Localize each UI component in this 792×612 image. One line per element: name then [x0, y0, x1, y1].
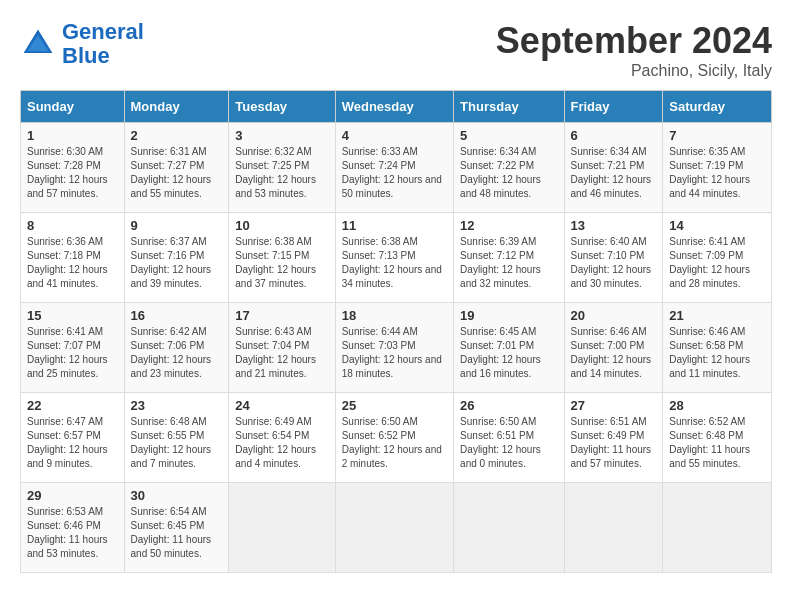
sunset-label: Sunset: 6:55 PM: [131, 430, 205, 441]
daylight-label: Daylight: 12 hours and 55 minutes.: [131, 174, 212, 199]
daylight-label: Daylight: 12 hours and 46 minutes.: [571, 174, 652, 199]
sunset-label: Sunset: 6:54 PM: [235, 430, 309, 441]
sunset-label: Sunset: 7:28 PM: [27, 160, 101, 171]
day-number: 1: [27, 128, 118, 143]
calendar-cell: 1 Sunrise: 6:30 AM Sunset: 7:28 PM Dayli…: [21, 123, 125, 213]
sunset-label: Sunset: 6:52 PM: [342, 430, 416, 441]
daylight-label: Daylight: 12 hours and 21 minutes.: [235, 354, 316, 379]
sunrise-label: Sunrise: 6:38 AM: [235, 236, 311, 247]
sunset-label: Sunset: 6:57 PM: [27, 430, 101, 441]
day-number: 17: [235, 308, 328, 323]
daylight-label: Daylight: 11 hours and 57 minutes.: [571, 444, 652, 469]
header-friday: Friday: [564, 91, 663, 123]
calendar-cell: 29 Sunrise: 6:53 AM Sunset: 6:46 PM Dayl…: [21, 483, 125, 573]
day-number: 28: [669, 398, 765, 413]
daylight-label: Daylight: 12 hours and 4 minutes.: [235, 444, 316, 469]
day-number: 12: [460, 218, 557, 233]
header-wednesday: Wednesday: [335, 91, 453, 123]
sunrise-label: Sunrise: 6:52 AM: [669, 416, 745, 427]
sunrise-label: Sunrise: 6:31 AM: [131, 146, 207, 157]
calendar-cell: [229, 483, 335, 573]
logo-line1: General: [62, 19, 144, 44]
sunset-label: Sunset: 6:49 PM: [571, 430, 645, 441]
day-number: 5: [460, 128, 557, 143]
calendar-cell: 6 Sunrise: 6:34 AM Sunset: 7:21 PM Dayli…: [564, 123, 663, 213]
calendar-cell: [454, 483, 564, 573]
daylight-label: Daylight: 12 hours and 14 minutes.: [571, 354, 652, 379]
calendar-cell: 4 Sunrise: 6:33 AM Sunset: 7:24 PM Dayli…: [335, 123, 453, 213]
sunrise-label: Sunrise: 6:41 AM: [669, 236, 745, 247]
day-info: Sunrise: 6:50 AM Sunset: 6:52 PM Dayligh…: [342, 415, 447, 471]
calendar-cell: 14 Sunrise: 6:41 AM Sunset: 7:09 PM Dayl…: [663, 213, 772, 303]
day-number: 23: [131, 398, 223, 413]
header-tuesday: Tuesday: [229, 91, 335, 123]
daylight-label: Daylight: 12 hours and 50 minutes.: [342, 174, 442, 199]
day-info: Sunrise: 6:46 AM Sunset: 6:58 PM Dayligh…: [669, 325, 765, 381]
sunset-label: Sunset: 6:48 PM: [669, 430, 743, 441]
day-number: 20: [571, 308, 657, 323]
header-sunday: Sunday: [21, 91, 125, 123]
sunrise-label: Sunrise: 6:43 AM: [235, 326, 311, 337]
sunset-label: Sunset: 7:13 PM: [342, 250, 416, 261]
day-info: Sunrise: 6:41 AM Sunset: 7:09 PM Dayligh…: [669, 235, 765, 291]
calendar-cell: 24 Sunrise: 6:49 AM Sunset: 6:54 PM Dayl…: [229, 393, 335, 483]
day-info: Sunrise: 6:43 AM Sunset: 7:04 PM Dayligh…: [235, 325, 328, 381]
day-number: 4: [342, 128, 447, 143]
daylight-label: Daylight: 12 hours and 53 minutes.: [235, 174, 316, 199]
daylight-label: Daylight: 12 hours and 34 minutes.: [342, 264, 442, 289]
sunset-label: Sunset: 7:03 PM: [342, 340, 416, 351]
day-number: 29: [27, 488, 118, 503]
calendar-cell: [335, 483, 453, 573]
day-info: Sunrise: 6:38 AM Sunset: 7:13 PM Dayligh…: [342, 235, 447, 291]
sunrise-label: Sunrise: 6:48 AM: [131, 416, 207, 427]
calendar-cell: 15 Sunrise: 6:41 AM Sunset: 7:07 PM Dayl…: [21, 303, 125, 393]
sunset-label: Sunset: 7:06 PM: [131, 340, 205, 351]
calendar-row: 22 Sunrise: 6:47 AM Sunset: 6:57 PM Dayl…: [21, 393, 772, 483]
daylight-label: Daylight: 12 hours and 41 minutes.: [27, 264, 108, 289]
daylight-label: Daylight: 12 hours and 28 minutes.: [669, 264, 750, 289]
day-number: 8: [27, 218, 118, 233]
header-monday: Monday: [124, 91, 229, 123]
sunset-label: Sunset: 7:24 PM: [342, 160, 416, 171]
sunrise-label: Sunrise: 6:46 AM: [669, 326, 745, 337]
calendar-row: 15 Sunrise: 6:41 AM Sunset: 7:07 PM Dayl…: [21, 303, 772, 393]
calendar-cell: 30 Sunrise: 6:54 AM Sunset: 6:45 PM Dayl…: [124, 483, 229, 573]
day-info: Sunrise: 6:38 AM Sunset: 7:15 PM Dayligh…: [235, 235, 328, 291]
sunset-label: Sunset: 7:22 PM: [460, 160, 534, 171]
calendar-cell: 17 Sunrise: 6:43 AM Sunset: 7:04 PM Dayl…: [229, 303, 335, 393]
sunset-label: Sunset: 7:01 PM: [460, 340, 534, 351]
daylight-label: Daylight: 12 hours and 23 minutes.: [131, 354, 212, 379]
day-info: Sunrise: 6:40 AM Sunset: 7:10 PM Dayligh…: [571, 235, 657, 291]
calendar-cell: 22 Sunrise: 6:47 AM Sunset: 6:57 PM Dayl…: [21, 393, 125, 483]
sunrise-label: Sunrise: 6:49 AM: [235, 416, 311, 427]
day-info: Sunrise: 6:52 AM Sunset: 6:48 PM Dayligh…: [669, 415, 765, 471]
daylight-label: Daylight: 12 hours and 32 minutes.: [460, 264, 541, 289]
sunset-label: Sunset: 7:16 PM: [131, 250, 205, 261]
sunrise-label: Sunrise: 6:46 AM: [571, 326, 647, 337]
day-info: Sunrise: 6:47 AM Sunset: 6:57 PM Dayligh…: [27, 415, 118, 471]
day-info: Sunrise: 6:45 AM Sunset: 7:01 PM Dayligh…: [460, 325, 557, 381]
sunset-label: Sunset: 6:46 PM: [27, 520, 101, 531]
daylight-label: Daylight: 12 hours and 30 minutes.: [571, 264, 652, 289]
day-info: Sunrise: 6:35 AM Sunset: 7:19 PM Dayligh…: [669, 145, 765, 201]
sunset-label: Sunset: 6:58 PM: [669, 340, 743, 351]
calendar-cell: 7 Sunrise: 6:35 AM Sunset: 7:19 PM Dayli…: [663, 123, 772, 213]
location-title: Pachino, Sicily, Italy: [496, 62, 772, 80]
sunrise-label: Sunrise: 6:41 AM: [27, 326, 103, 337]
month-title: September 2024: [496, 20, 772, 62]
day-info: Sunrise: 6:36 AM Sunset: 7:18 PM Dayligh…: [27, 235, 118, 291]
day-info: Sunrise: 6:34 AM Sunset: 7:22 PM Dayligh…: [460, 145, 557, 201]
sunrise-label: Sunrise: 6:50 AM: [460, 416, 536, 427]
daylight-label: Daylight: 12 hours and 7 minutes.: [131, 444, 212, 469]
logo-text: General Blue: [62, 20, 144, 68]
calendar-cell: 20 Sunrise: 6:46 AM Sunset: 7:00 PM Dayl…: [564, 303, 663, 393]
daylight-label: Daylight: 12 hours and 9 minutes.: [27, 444, 108, 469]
sunrise-label: Sunrise: 6:36 AM: [27, 236, 103, 247]
sunset-label: Sunset: 7:21 PM: [571, 160, 645, 171]
sunrise-label: Sunrise: 6:50 AM: [342, 416, 418, 427]
day-info: Sunrise: 6:33 AM Sunset: 7:24 PM Dayligh…: [342, 145, 447, 201]
daylight-label: Daylight: 12 hours and 18 minutes.: [342, 354, 442, 379]
day-info: Sunrise: 6:30 AM Sunset: 7:28 PM Dayligh…: [27, 145, 118, 201]
daylight-label: Daylight: 11 hours and 55 minutes.: [669, 444, 750, 469]
sunset-label: Sunset: 7:15 PM: [235, 250, 309, 261]
